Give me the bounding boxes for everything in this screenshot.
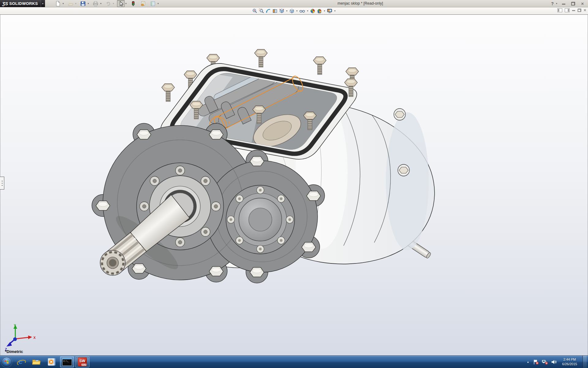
taskbar-solidworks[interactable]: SW 2015 (75, 356, 89, 367)
new-document-button[interactable] (54, 0, 62, 7)
solidworks-logo: ƷS SOLIDWORKS (0, 0, 41, 7)
file-properties-button[interactable] (139, 0, 147, 7)
reference-triad: Y X Z (2, 323, 39, 351)
section-view-icon (272, 8, 278, 14)
file-properties-icon (140, 1, 146, 6)
apply-scene-caret[interactable]: ▾ (323, 10, 326, 12)
view-orientation-label: *Dimetric (5, 349, 23, 354)
folder-icon (32, 358, 41, 365)
clock-date: 6/26/2015 (560, 362, 580, 366)
rebuild-button[interactable] (130, 0, 137, 7)
view-settings-monitor-icon (327, 8, 333, 14)
taskbar-clock[interactable]: 2:44 PM 6/26/2015 (560, 357, 580, 367)
save-button[interactable] (79, 0, 87, 7)
display-style-button[interactable] (289, 8, 295, 14)
collapse-right-pane-icon[interactable] (565, 8, 570, 12)
window-controls: ? ▾ × (551, 0, 586, 7)
triad-y-label: Y (14, 324, 16, 327)
print-dropdown-caret[interactable]: ▾ (100, 2, 102, 5)
help-button[interactable]: ? (551, 1, 554, 6)
open-button[interactable] (67, 0, 74, 7)
select-button[interactable] (117, 0, 125, 7)
open-icon (68, 1, 73, 6)
feature-manager-collapsed-tab[interactable]: ◂ ◂ ◂ (0, 177, 4, 190)
restore-document-icon[interactable] (578, 9, 581, 12)
previous-view-button[interactable] (265, 8, 271, 14)
panel-collapse-arrow: ◂ (2, 182, 2, 184)
edit-appearance-sphere-icon (310, 8, 315, 14)
undo-dropdown-caret[interactable]: ▾ (112, 2, 115, 5)
new-document-icon (55, 1, 61, 6)
housing-side-bolt[interactable] (398, 164, 409, 176)
housing-side-bolt[interactable] (394, 109, 405, 120)
restore-window-button[interactable] (569, 1, 577, 6)
view-orientation-button[interactable] (279, 8, 285, 14)
options-dropdown-caret[interactable]: ▾ (157, 2, 160, 5)
solidworks-brand-text: SOLIDWORKS (9, 1, 38, 6)
collapse-left-pane-icon[interactable] (557, 8, 562, 12)
clock-time: 2:44 PM (560, 357, 580, 362)
select-dropdown-caret[interactable]: ▾ (125, 2, 127, 5)
close-document-icon[interactable]: × (584, 8, 586, 12)
close-window-button[interactable]: × (579, 1, 586, 6)
hide-show-items-glasses-icon (299, 8, 305, 14)
3d-model-canvas[interactable]: + (0, 15, 588, 356)
start-button[interactable] (2, 357, 12, 367)
system-tray: ▲ 2:44 PM 6/26/2015 (526, 356, 588, 368)
taskbar-media-player[interactable] (45, 356, 59, 367)
document-window-controls: × (557, 8, 586, 12)
view-orientation-caret[interactable]: ▾ (285, 10, 288, 12)
solidworks-logo-glyph: ƷS (2, 1, 8, 6)
internet-explorer-icon: e (17, 358, 25, 366)
undo-icon (105, 1, 111, 6)
save-dropdown-caret[interactable]: ▾ (87, 2, 90, 5)
undo-button[interactable] (104, 0, 112, 7)
panel-collapse-arrow: ◂ (2, 180, 2, 182)
zoom-to-fit-button[interactable] (252, 8, 258, 14)
spline-shaft-end[interactable] (100, 250, 125, 275)
hide-show-items-caret[interactable]: ▾ (306, 10, 309, 12)
save-icon (80, 1, 86, 6)
show-hidden-icons-button[interactable]: ▲ (526, 361, 530, 363)
zoom-to-area-button[interactable] (258, 8, 265, 14)
triad-x-label: X (33, 336, 36, 339)
view-settings-button[interactable] (326, 8, 333, 14)
volume-icon[interactable] (551, 359, 557, 365)
minimize-window-button[interactable] (560, 1, 567, 6)
heads-up-view-toolbar: ▾ ▾ ▾ (252, 7, 336, 14)
print-button[interactable] (92, 0, 100, 7)
minimize-icon (562, 3, 565, 5)
command-prompt-icon: C:\_ (62, 358, 72, 366)
section-view-button[interactable] (272, 8, 278, 14)
open-dropdown-caret[interactable]: ▾ (74, 2, 77, 5)
network-status-icon[interactable] (542, 359, 548, 365)
options-button[interactable] (149, 0, 157, 7)
media-player-icon (48, 358, 56, 366)
graphics-area[interactable]: + (0, 14, 588, 356)
apply-scene-button[interactable] (316, 8, 322, 14)
windows-taskbar: e C:\_ (0, 355, 588, 368)
bearing-cover[interactable] (226, 185, 295, 254)
new-dropdown-caret[interactable]: ▾ (62, 2, 65, 5)
menu-flyout-tab[interactable]: ▸ (41, 0, 45, 7)
previous-view-icon (266, 8, 271, 14)
apply-scene-sphere-icon (317, 8, 322, 14)
taskbar-command-prompt[interactable]: C:\_ (60, 356, 74, 367)
taskbar-internet-explorer[interactable]: e (14, 356, 28, 367)
action-center-flag-icon[interactable] (533, 359, 539, 365)
minimize-document-icon[interactable] (572, 9, 575, 11)
view-orientation-cube-icon (279, 8, 285, 14)
menu-bar-toolbar: ▾ ▾ ▾ (54, 0, 161, 7)
edit-appearance-button[interactable] (310, 8, 316, 14)
close-icon: × (581, 1, 584, 6)
show-desktop-button[interactable] (582, 356, 587, 368)
solidworks-app-icon: SW 2015 (78, 357, 87, 366)
taskbar-windows-explorer[interactable] (29, 356, 43, 367)
view-settings-caret[interactable]: ▾ (334, 10, 336, 12)
print-icon (93, 1, 98, 6)
zoom-to-fit-icon (252, 8, 258, 14)
taskbar-apps: e C:\_ (14, 356, 89, 367)
help-dropdown-caret[interactable]: ▾ (555, 2, 558, 5)
hide-show-items-button[interactable] (299, 8, 306, 14)
display-style-caret[interactable]: ▾ (296, 10, 298, 12)
